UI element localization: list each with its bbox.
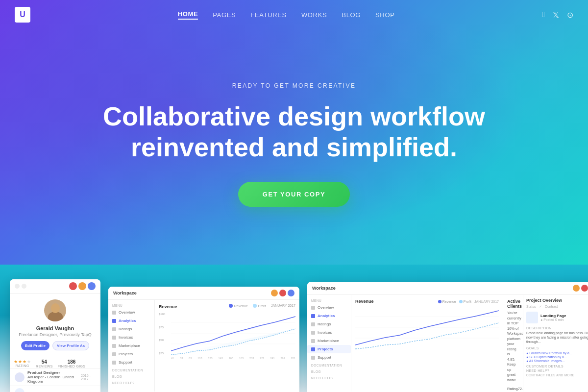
card3-workspace: Workspace — [312, 286, 336, 291]
workspace-label: Workspace — [113, 291, 137, 295]
chart-header: Revenue Revenue Profit JANUARY 2017 — [159, 304, 295, 310]
chart-title: Revenue — [159, 304, 177, 309]
profile-name: Gerald Vaughn — [36, 325, 74, 331]
ratings-icon — [112, 327, 116, 331]
avatar-icon — [69, 282, 77, 290]
edit-profile-button[interactable]: Edit Profile — [21, 341, 49, 350]
nav-social-icons:  𝕏 ⊙ — [542, 10, 573, 20]
contract-files-label: CONTRACT FILES AND MORE — [526, 373, 588, 377]
hero-subtitle: READY TO GET MORE CREATIVE — [103, 82, 485, 89]
goal-1: ● Launch New Portfolio by a... — [526, 351, 588, 355]
facebook-icon[interactable]:  — [542, 10, 545, 19]
stat-finished: 186 FINISHED GIGS — [58, 359, 86, 368]
chart-area — [171, 312, 295, 356]
profile-section: Gerald Vaughn Freelance Designer, Previo… — [10, 294, 100, 354]
sidebar-invoices[interactable]: Invoices — [108, 333, 154, 342]
profit-dot — [459, 300, 463, 303]
nav-links: HOME PAGES FEATURES WORKS BLOG SHOP — [178, 10, 395, 20]
analytics-card: Workspace MENU Overview Analytics — [108, 287, 299, 392]
legend-revenue: Revenue — [229, 304, 248, 308]
goals-label: GOALS — [526, 346, 588, 350]
avatar-icon — [271, 290, 278, 296]
sidebar-analytics[interactable]: Analytics — [108, 317, 154, 325]
sidebar-marketplace[interactable]: Marketplace — [108, 342, 154, 350]
nav-blog[interactable]: BLOG — [342, 11, 361, 19]
window-dot — [15, 284, 20, 289]
nav-features[interactable]: FEATURES — [250, 11, 287, 19]
sidebar3-overview[interactable]: Overview — [307, 303, 351, 312]
sidebar3-invoices[interactable]: Invoices — [307, 328, 351, 337]
chart3-legend: Revenue Profit JANUARY 2017 — [438, 300, 499, 303]
card3-right: Active Clients You're currently in TOP 1… — [503, 295, 523, 392]
sidebar3-analytics[interactable]: Analytics — [307, 312, 351, 320]
customer-details-label: CUSTOMER DETAILS — [526, 365, 588, 368]
window-dot — [22, 284, 26, 289]
nav-shop[interactable]: SHOP — [375, 11, 394, 19]
sidebar3-projects[interactable]: Projects — [307, 345, 351, 353]
invoices-icon — [311, 331, 315, 335]
overview-icon — [112, 311, 116, 315]
sidebar-overview[interactable]: Overview — [108, 308, 154, 317]
logo[interactable]: U — [15, 7, 30, 23]
profit-dot — [253, 304, 257, 308]
navbar: U HOME PAGES FEATURES WORKS BLOG SHOP  … — [0, 0, 588, 29]
card3-chart: Revenue Revenue Profit JANUARY 2017 — [351, 295, 503, 392]
projects-icon — [112, 352, 116, 356]
overview-icon — [311, 306, 315, 310]
sidebar-support[interactable]: Support — [108, 358, 154, 367]
chart3-svg — [355, 306, 499, 350]
job-icon — [15, 372, 24, 382]
profile-role: Freelance Designer, Previously TapQ — [19, 332, 91, 337]
ratings-icon — [311, 322, 315, 326]
profile-card: Gerald Vaughn Freelance Designer, Previo… — [10, 279, 100, 392]
invoices-icon — [112, 336, 116, 340]
user-circle-icon[interactable]: ⊙ — [567, 10, 573, 20]
status-row: Status ✓ Contract — [526, 305, 588, 309]
avatar-group — [69, 282, 96, 290]
get-copy-button[interactable]: GET YOUR COPY — [238, 182, 350, 207]
avatar-icon — [288, 290, 294, 296]
avatar-icon — [78, 282, 86, 290]
sidebar-projects[interactable]: Projects — [108, 350, 154, 358]
marketplace-icon — [311, 339, 315, 343]
landing-page-thumb — [526, 312, 538, 323]
nav-home[interactable]: HOME — [178, 10, 198, 20]
metric-rating: Rating 72.3% — [507, 387, 519, 392]
view-profile-button[interactable]: View Profile As — [52, 341, 89, 350]
card1-icons — [15, 284, 26, 289]
nav-works[interactable]: WORKS — [301, 11, 327, 19]
card3-avatars — [573, 285, 588, 292]
hero-title: Collaborative design workflow reinvented… — [103, 101, 485, 162]
sidebar3-support[interactable]: Support — [307, 353, 351, 362]
blog-label: BLOG — [108, 373, 154, 379]
avatar — [44, 299, 66, 321]
nav-pages[interactable]: PAGES — [213, 11, 236, 19]
card2-inner: MENU Overview Analytics Ratings Invoices — [108, 300, 299, 392]
desc-label: DESCRIPTION — [526, 326, 588, 330]
chart3-area — [355, 306, 499, 350]
sidebar3-ratings[interactable]: Ratings — [307, 320, 351, 328]
profile-company-item: brym — [10, 386, 100, 392]
x-axis: 41 63 83 103 123 143 163 183 203 221 241… — [159, 357, 295, 360]
sidebar3-marketplace[interactable]: Marketplace — [307, 337, 351, 345]
sidebar-ratings[interactable]: Ratings — [108, 325, 154, 333]
goal-3: ● All Shareable Images... — [526, 359, 588, 363]
avatar-icon — [581, 285, 588, 292]
revenue-dot — [229, 304, 233, 308]
star-rating: ★ ★ ★ ★ — [14, 359, 31, 364]
twitter-icon[interactable]: 𝕏 — [553, 10, 559, 20]
desc-text: Brand new landing page for business. Rig… — [526, 331, 588, 344]
goal-2: ● SEO Optimization by a... — [526, 355, 588, 359]
projects-icon — [311, 347, 315, 351]
stat-rating: ★ ★ ★ ★ RATING — [14, 359, 31, 368]
revenue-dot — [438, 300, 441, 303]
card3-sidebar: MENU Overview Analytics Ratings Invoices — [307, 295, 351, 392]
card3-topbar: Workspace — [307, 282, 588, 295]
active-clients-text: You're currently in TOP 10% of Workspace… — [507, 311, 519, 383]
card3-inner: MENU Overview Analytics Ratings Invoices — [307, 295, 588, 392]
menu-label: MENU — [108, 302, 154, 308]
marketplace-icon — [112, 344, 116, 348]
card1-topbar — [10, 279, 100, 294]
avatar-icon — [88, 282, 96, 290]
chart3-header: Revenue Revenue Profit JANUARY 2017 — [355, 299, 499, 304]
